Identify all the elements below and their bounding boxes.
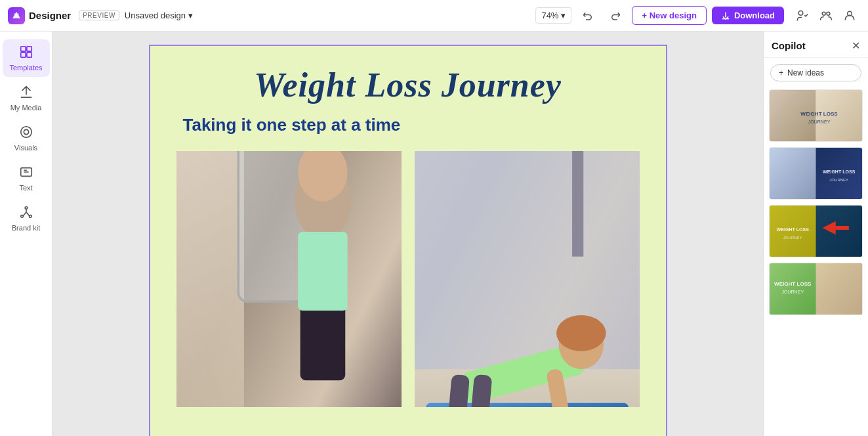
canvas-title: Weight Loss Journey bbox=[176, 66, 640, 104]
sidebar-item-text-label: Text bbox=[19, 184, 32, 192]
profile-button[interactable] bbox=[839, 5, 860, 26]
canvas-images bbox=[176, 151, 640, 407]
svg-text:WEIGHT LOSS: WEIGHT LOSS bbox=[777, 227, 810, 232]
svg-point-12 bbox=[20, 215, 23, 218]
new-ideas-button[interactable]: + New ideas bbox=[770, 64, 861, 81]
my-media-icon bbox=[19, 85, 33, 101]
canvas-area[interactable]: Weight Loss Journey Taking it one step a… bbox=[52, 32, 763, 436]
copilot-thumbnail-2[interactable]: WEIGHT LOSS JOURNEY bbox=[769, 147, 863, 200]
svg-rect-25 bbox=[572, 151, 583, 257]
svg-text:WEIGHT LOSS: WEIGHT LOSS bbox=[823, 169, 856, 174]
svg-point-0 bbox=[798, 11, 803, 15]
brand-kit-icon bbox=[19, 205, 33, 221]
svg-point-9 bbox=[20, 127, 31, 138]
zoom-control[interactable]: 74% ▾ bbox=[535, 7, 571, 24]
copilot-title: Copilot bbox=[772, 40, 806, 51]
svg-text:JOURNEY: JOURNEY bbox=[781, 290, 804, 294]
sidebar-item-brand-kit[interactable]: Brand kit bbox=[3, 200, 50, 237]
svg-point-8 bbox=[24, 129, 28, 134]
preview-badge: PREVIEW bbox=[79, 11, 119, 20]
copilot-close-button[interactable]: ✕ bbox=[852, 39, 860, 52]
svg-rect-19 bbox=[298, 232, 347, 311]
svg-point-29 bbox=[556, 315, 606, 351]
copilot-thumbnail-1[interactable]: WEIGHT LOSS JOURNEY bbox=[769, 89, 863, 142]
canvas-image-1[interactable] bbox=[176, 151, 402, 407]
close-icon: ✕ bbox=[852, 40, 860, 51]
zoom-level: 74% bbox=[541, 11, 558, 20]
download-label: Download bbox=[734, 11, 775, 20]
svg-rect-5 bbox=[26, 47, 31, 51]
svg-point-1 bbox=[822, 12, 825, 15]
sidebar-item-my-media-label: My Media bbox=[10, 104, 42, 112]
new-design-label: + New design bbox=[642, 11, 696, 20]
redo-button[interactable] bbox=[604, 5, 627, 27]
new-ideas-label: New ideas bbox=[787, 68, 824, 77]
sidebar-item-templates-label: Templates bbox=[9, 64, 42, 72]
sidebar-item-brand-kit-label: Brand kit bbox=[12, 224, 40, 232]
sidebar-item-my-media[interactable]: My Media bbox=[3, 79, 50, 117]
templates-icon bbox=[19, 45, 33, 61]
svg-text:JOURNEY: JOURNEY bbox=[808, 120, 831, 124]
collab-button[interactable] bbox=[816, 5, 837, 26]
text-icon bbox=[19, 165, 33, 181]
undo-button[interactable] bbox=[577, 5, 599, 27]
logo-icon bbox=[8, 7, 25, 24]
svg-point-11 bbox=[25, 207, 28, 209]
svg-rect-37 bbox=[770, 148, 816, 199]
svg-text:WEIGHT LOSS: WEIGHT LOSS bbox=[774, 281, 812, 287]
canvas-subtitle: Taking it one step at a time bbox=[183, 115, 401, 135]
copilot-header: Copilot ✕ bbox=[764, 32, 868, 58]
main-area: Templates My Media Visuals Text Brand ki… bbox=[0, 32, 868, 436]
logo: Designer bbox=[8, 7, 71, 24]
sidebar: Templates My Media Visuals Text Brand ki… bbox=[0, 32, 52, 436]
design-name-label: Unsaved design bbox=[125, 11, 186, 20]
svg-rect-4 bbox=[20, 47, 25, 51]
svg-rect-42 bbox=[816, 206, 863, 257]
copilot-thumbnails: WEIGHT LOSS JOURNEY bbox=[764, 87, 868, 436]
app-name: Designer bbox=[29, 10, 71, 21]
sidebar-item-visuals[interactable]: Visuals bbox=[3, 120, 50, 157]
sidebar-item-visuals-label: Visuals bbox=[14, 144, 37, 152]
svg-rect-6 bbox=[20, 53, 25, 57]
new-ideas-plus-icon: + bbox=[779, 68, 783, 77]
svg-rect-7 bbox=[26, 53, 31, 57]
new-design-button[interactable]: + New design bbox=[632, 6, 706, 25]
svg-rect-22 bbox=[415, 151, 640, 369]
copilot-thumbnail-3[interactable]: WEIGHT LOSS JOURNEY bbox=[769, 205, 863, 257]
svg-rect-15 bbox=[176, 151, 244, 407]
svg-text:JOURNEY: JOURNEY bbox=[829, 178, 848, 182]
sidebar-item-text[interactable]: Text bbox=[3, 160, 50, 197]
design-name-dropdown[interactable]: Unsaved design ▾ bbox=[125, 11, 193, 20]
canvas-page[interactable]: Weight Loss Journey Taking it one step a… bbox=[149, 45, 667, 436]
svg-text:WEIGHT LOSS: WEIGHT LOSS bbox=[800, 111, 838, 117]
user-icons bbox=[792, 5, 860, 26]
zoom-chevron-icon: ▾ bbox=[561, 11, 566, 20]
svg-rect-46 bbox=[770, 263, 816, 315]
copilot-panel: Copilot ✕ + New ideas bbox=[763, 32, 868, 436]
canvas-image-2[interactable] bbox=[415, 151, 640, 407]
svg-text:JOURNEY: JOURNEY bbox=[783, 236, 802, 240]
svg-point-13 bbox=[29, 215, 31, 218]
sidebar-item-templates[interactable]: Templates bbox=[3, 39, 50, 77]
copilot-thumbnail-4[interactable]: WEIGHT LOSS JOURNEY bbox=[769, 263, 863, 315]
svg-rect-47 bbox=[816, 263, 863, 315]
share-button[interactable] bbox=[792, 5, 813, 26]
download-button[interactable]: Download bbox=[712, 7, 784, 24]
svg-point-2 bbox=[827, 12, 830, 15]
topbar: Designer PREVIEW Unsaved design ▾ 74% ▾ … bbox=[0, 0, 868, 32]
design-name-chevron-icon: ▾ bbox=[188, 11, 193, 20]
visuals-icon bbox=[19, 125, 33, 141]
